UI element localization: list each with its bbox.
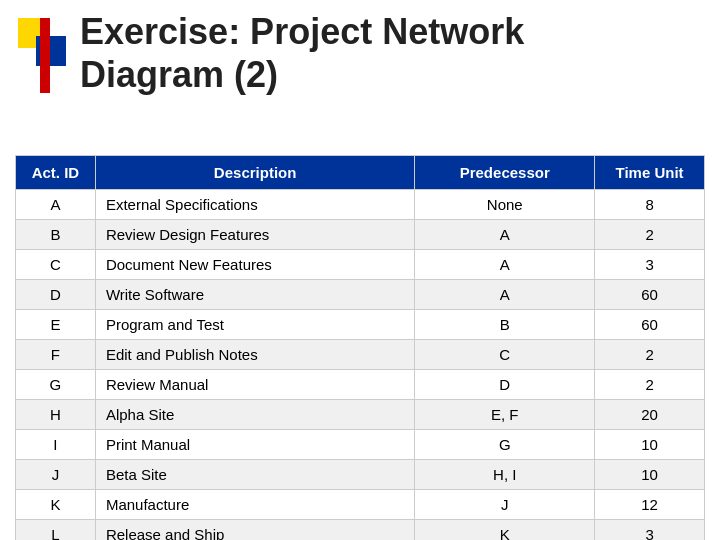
col-header-description: Description (95, 156, 414, 190)
table-row: CDocument New FeaturesA3 (16, 250, 705, 280)
cell-predecessor: E, F (415, 400, 595, 430)
table-row: KManufactureJ12 (16, 490, 705, 520)
table-row: JBeta SiteH, I10 (16, 460, 705, 490)
cell-description: Write Software (95, 280, 414, 310)
table-body: AExternal SpecificationsNone8BReview Des… (16, 190, 705, 541)
cell-predecessor: H, I (415, 460, 595, 490)
table-row: DWrite SoftwareA60 (16, 280, 705, 310)
col-header-predecessor: Predecessor (415, 156, 595, 190)
cell-act-id: A (16, 190, 96, 220)
cell-time-unit: 3 (595, 250, 705, 280)
table-row: EProgram and TestB60 (16, 310, 705, 340)
cell-predecessor: B (415, 310, 595, 340)
cell-description: Review Manual (95, 370, 414, 400)
cell-time-unit: 60 (595, 280, 705, 310)
cell-time-unit: 2 (595, 220, 705, 250)
cell-description: Manufacture (95, 490, 414, 520)
cell-description: Beta Site (95, 460, 414, 490)
cell-time-unit: 10 (595, 460, 705, 490)
cell-description: Review Design Features (95, 220, 414, 250)
cell-act-id: I (16, 430, 96, 460)
cell-description: Edit and Publish Notes (95, 340, 414, 370)
cell-predecessor: A (415, 220, 595, 250)
cell-predecessor: A (415, 280, 595, 310)
data-table-container: Act. ID Description Predecessor Time Uni… (15, 155, 705, 525)
table-row: AExternal SpecificationsNone8 (16, 190, 705, 220)
table-row: GReview ManualD2 (16, 370, 705, 400)
cell-predecessor: D (415, 370, 595, 400)
cell-act-id: B (16, 220, 96, 250)
cell-time-unit: 60 (595, 310, 705, 340)
deco-red-bar (40, 18, 50, 93)
table-row: HAlpha SiteE, F20 (16, 400, 705, 430)
cell-predecessor: C (415, 340, 595, 370)
cell-predecessor: K (415, 520, 595, 541)
cell-description: Print Manual (95, 430, 414, 460)
cell-time-unit: 2 (595, 340, 705, 370)
cell-time-unit: 12 (595, 490, 705, 520)
table-header-row: Act. ID Description Predecessor Time Uni… (16, 156, 705, 190)
cell-predecessor: G (415, 430, 595, 460)
cell-act-id: H (16, 400, 96, 430)
cell-act-id: J (16, 460, 96, 490)
cell-act-id: D (16, 280, 96, 310)
cell-predecessor: J (415, 490, 595, 520)
project-network-table: Act. ID Description Predecessor Time Uni… (15, 155, 705, 540)
cell-act-id: G (16, 370, 96, 400)
cell-time-unit: 20 (595, 400, 705, 430)
cell-time-unit: 2 (595, 370, 705, 400)
table-row: LRelease and ShipK3 (16, 520, 705, 541)
cell-act-id: L (16, 520, 96, 541)
cell-time-unit: 8 (595, 190, 705, 220)
cell-time-unit: 3 (595, 520, 705, 541)
cell-time-unit: 10 (595, 430, 705, 460)
cell-description: Release and Ship (95, 520, 414, 541)
col-header-act-id: Act. ID (16, 156, 96, 190)
cell-act-id: K (16, 490, 96, 520)
table-row: BReview Design FeaturesA2 (16, 220, 705, 250)
cell-description: Document New Features (95, 250, 414, 280)
table-row: FEdit and Publish NotesC2 (16, 340, 705, 370)
cell-description: Alpha Site (95, 400, 414, 430)
page-title: Exercise: Project Network Diagram (2) (80, 10, 700, 96)
cell-description: Program and Test (95, 310, 414, 340)
page-header: Exercise: Project Network Diagram (2) (80, 10, 700, 96)
title-line1: Exercise: Project Network (80, 11, 524, 52)
decorative-corner (18, 18, 73, 93)
cell-predecessor: None (415, 190, 595, 220)
cell-predecessor: A (415, 250, 595, 280)
cell-act-id: C (16, 250, 96, 280)
cell-description: External Specifications (95, 190, 414, 220)
cell-act-id: E (16, 310, 96, 340)
col-header-time-unit: Time Unit (595, 156, 705, 190)
cell-act-id: F (16, 340, 96, 370)
table-row: IPrint ManualG10 (16, 430, 705, 460)
title-line2: Diagram (2) (80, 54, 278, 95)
